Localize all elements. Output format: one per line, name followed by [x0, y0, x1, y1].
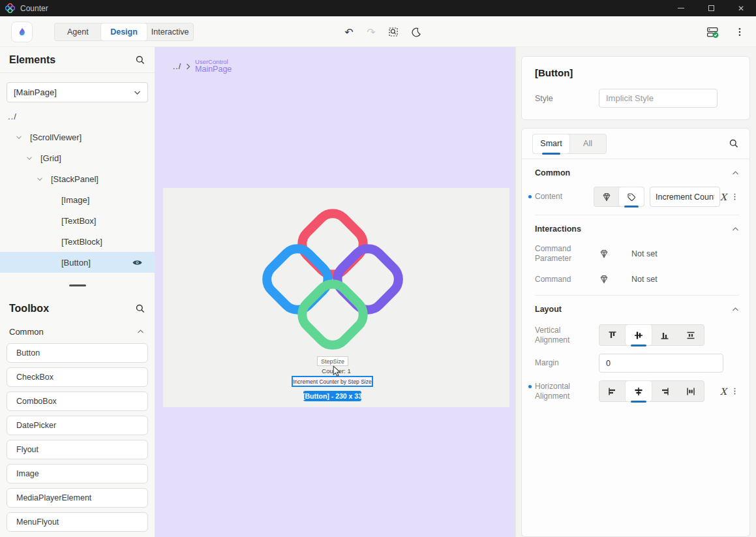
kebab-menu-icon: [734, 27, 745, 37]
binding-button[interactable]: [599, 249, 624, 259]
panel-splitter[interactable]: [0, 273, 155, 298]
chevron-down-icon[interactable]: [16, 135, 22, 140]
tab-smart[interactable]: Smart: [533, 134, 569, 153]
hot-design-flame-button[interactable]: [11, 22, 33, 42]
breadcrumb-root[interactable]: ../: [173, 62, 181, 71]
vertical-alignment-row: Vertical Alignment: [535, 324, 739, 346]
binding-mode-button[interactable]: [594, 187, 619, 206]
section-layout-header[interactable]: Layout: [535, 302, 739, 316]
horizontal-alignment-group: [599, 380, 704, 402]
chevron-up-icon: [732, 226, 739, 232]
valign-bottom-button[interactable]: [652, 325, 678, 345]
toolbox-search-icon[interactable]: [135, 303, 145, 314]
toolbox-section-common[interactable]: Common: [0, 322, 155, 341]
toolbox-items: Button CheckBox ComboBox DatePicker Flyo…: [0, 343, 155, 536]
more-options-button[interactable]: [731, 192, 739, 201]
close-button[interactable]: ✕: [726, 0, 756, 16]
halign-stretch-button[interactable]: [678, 381, 704, 401]
toolbox-item-combobox[interactable]: ComboBox: [7, 391, 148, 411]
toolbox-item-mediaplayerelement[interactable]: MediaPlayerElement: [7, 488, 148, 508]
tree-root-path[interactable]: ../: [8, 112, 155, 121]
halign-left-button[interactable]: [599, 381, 626, 401]
properties-card: Smart All Common: [521, 128, 750, 537]
command-parameter-label: Command Parameter: [535, 244, 599, 264]
breadcrumb-current[interactable]: UserControl MainPage: [195, 59, 232, 74]
chevron-down-icon: [134, 90, 141, 95]
inspect-zoom-icon: [387, 26, 399, 38]
content-label: Content: [535, 192, 594, 202]
theme-toggle-button[interactable]: [408, 25, 423, 39]
toolbox-item-datepicker[interactable]: DatePicker: [7, 416, 148, 435]
minimize-button[interactable]: [666, 0, 696, 16]
toolbox-item-flyout[interactable]: Flyout: [7, 440, 148, 459]
valign-stretch-icon: [686, 330, 696, 341]
page-selector-dropdown[interactable]: [MainPage]: [7, 82, 148, 102]
redo-button[interactable]: ↷: [364, 25, 378, 39]
tree-item-image[interactable]: [Image]: [0, 189, 155, 210]
more-options-button[interactable]: [731, 387, 739, 395]
margin-label: Margin: [535, 358, 599, 368]
valign-top-button[interactable]: [599, 325, 626, 345]
valign-center-icon: [633, 330, 644, 341]
tree-item-textblock[interactable]: [TextBlock]: [0, 231, 155, 252]
visibility-eye-icon[interactable]: [132, 258, 143, 267]
tab-all[interactable]: All: [569, 134, 606, 153]
xaml-expression-button[interactable]: X: [720, 386, 727, 397]
overflow-menu-button[interactable]: [733, 25, 747, 39]
tree-item-textbox[interactable]: [TextBox]: [0, 210, 155, 231]
elements-search-icon[interactable]: [135, 55, 145, 65]
stepsize-textbox[interactable]: StepSize: [317, 356, 348, 366]
toolbox-item-menuflyout[interactable]: MenuFlyout: [7, 512, 148, 532]
design-canvas[interactable]: ../ UserControl MainPage StepSize Counte…: [155, 47, 515, 537]
toolbox-item-button[interactable]: Button: [7, 343, 148, 363]
tree-item-grid[interactable]: [Grid]: [0, 147, 155, 168]
chevron-down-icon[interactable]: [26, 156, 33, 161]
chevron-down-icon[interactable]: [37, 177, 43, 181]
vertical-alignment-group: [599, 324, 704, 346]
chevron-up-icon: [732, 170, 739, 176]
command-label: Command: [535, 275, 599, 284]
breadcrumb: ../ UserControl MainPage: [173, 59, 232, 74]
window-title: Counter: [20, 4, 48, 13]
splitter-handle[interactable]: [69, 284, 86, 286]
maximize-button[interactable]: [696, 0, 726, 16]
literal-mode-button[interactable]: [619, 187, 644, 206]
margin-row: Margin: [535, 354, 739, 373]
valign-stretch-button[interactable]: [678, 325, 704, 345]
inspect-element-button[interactable]: [386, 25, 401, 39]
command-row: Command Not set: [535, 274, 739, 284]
margin-input[interactable]: [599, 354, 723, 373]
device-status-button[interactable]: [705, 25, 719, 39]
section-common-header[interactable]: Common: [535, 166, 739, 180]
valign-center-button[interactable]: [626, 325, 652, 345]
content-value-input[interactable]: [650, 187, 720, 207]
tab-design[interactable]: Design: [101, 23, 147, 40]
binding-gem-icon: [599, 249, 609, 259]
section-interactions-header[interactable]: Interactions: [535, 222, 739, 236]
halign-center-button[interactable]: [626, 381, 652, 401]
mouse-cursor-icon: [331, 365, 342, 378]
binding-button[interactable]: [599, 274, 624, 284]
tree-item-button[interactable]: [Button]: [0, 252, 155, 273]
selected-element-title: [Button]: [535, 67, 736, 78]
artboard-mainpage[interactable]: StepSize Counter: 1 Increment Counter by…: [163, 188, 509, 407]
toolbox-item-checkbox[interactable]: CheckBox: [7, 367, 148, 387]
tree-item-stackpanel[interactable]: [StackPanel]: [0, 168, 155, 189]
command-parameter-value: Not set: [631, 249, 658, 258]
xaml-expression-button[interactable]: X: [720, 192, 727, 202]
tab-interactive[interactable]: Interactive: [147, 23, 193, 40]
tree-item-scrollviewer[interactable]: [ScrollViewer]: [0, 127, 155, 147]
command-value: Not set: [631, 275, 658, 284]
binding-gem-icon: [601, 192, 612, 202]
left-sidebar: Elements [MainPage] ../ [ScrollViewer] […: [0, 47, 155, 537]
halign-right-icon: [659, 386, 670, 397]
properties-search-icon[interactable]: [729, 138, 739, 149]
chevron-up-icon: [137, 329, 144, 334]
style-input[interactable]: [599, 89, 718, 108]
undo-button[interactable]: ↶: [342, 25, 356, 39]
element-header-card: [Button] Style: [521, 56, 750, 120]
tab-agent[interactable]: Agent: [55, 23, 101, 40]
toolbox-item-image[interactable]: Image: [7, 464, 148, 483]
toolbox-panel-title: Toolbox: [9, 303, 49, 315]
halign-right-button[interactable]: [652, 381, 678, 401]
